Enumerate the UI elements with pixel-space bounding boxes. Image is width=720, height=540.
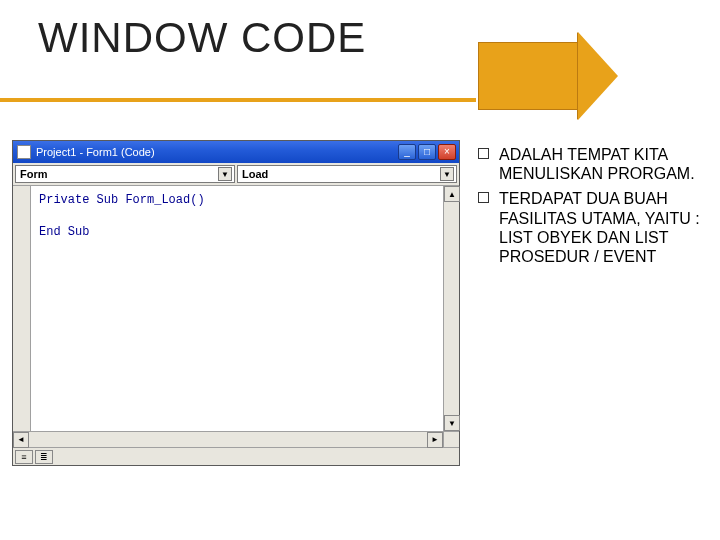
view-toggles: ≡ ≣	[13, 447, 459, 465]
titlebar[interactable]: Project1 - Form1 (Code) _ □ ×	[13, 141, 459, 163]
list-item: ADALAH TEMPAT KITA MENULISKAN PRORGAM.	[478, 145, 706, 183]
procedure-combobox[interactable]: Load ▼	[237, 165, 457, 183]
scroll-left-icon[interactable]: ◄	[13, 432, 29, 448]
arrow-shape	[478, 32, 618, 120]
window-icon	[17, 145, 31, 159]
procedure-view-button[interactable]: ≡	[15, 450, 33, 464]
bullet-text: TERDAPAT DUA BUAH FASILITAS UTAMA, YAITU…	[499, 189, 706, 266]
scroll-up-icon[interactable]: ▲	[444, 186, 460, 202]
vertical-scrollbar[interactable]: ▲ ▼	[443, 186, 459, 431]
slide-title: WINDOW CODE	[38, 14, 366, 62]
bullet-icon	[478, 148, 489, 159]
object-combobox[interactable]: Form ▼	[15, 165, 235, 183]
bullet-text: ADALAH TEMPAT KITA MENULISKAN PRORGAM.	[499, 145, 706, 183]
resize-grip[interactable]	[443, 431, 459, 447]
list-item: TERDAPAT DUA BUAH FASILITAS UTAMA, YAITU…	[478, 189, 706, 266]
code-area[interactable]: Private Sub Form_Load() End Sub ▲ ▼ ◄ ►	[13, 185, 459, 447]
minimize-button[interactable]: _	[398, 144, 416, 160]
accent-bar	[0, 98, 476, 102]
bullet-list: ADALAH TEMPAT KITA MENULISKAN PRORGAM. T…	[478, 145, 706, 272]
object-combo-value: Form	[20, 168, 48, 180]
window-title: Project1 - Form1 (Code)	[36, 146, 155, 158]
scroll-down-icon[interactable]: ▼	[444, 415, 460, 431]
horizontal-scrollbar[interactable]: ◄ ►	[13, 431, 443, 447]
chevron-down-icon: ▼	[218, 167, 232, 181]
code-text: Private Sub Form_Load() End Sub	[39, 192, 205, 240]
close-button[interactable]: ×	[438, 144, 456, 160]
maximize-button[interactable]: □	[418, 144, 436, 160]
full-module-view-button[interactable]: ≣	[35, 450, 53, 464]
chevron-down-icon: ▼	[440, 167, 454, 181]
code-window: Project1 - Form1 (Code) _ □ × Form ▼ Loa…	[12, 140, 460, 466]
bullet-icon	[478, 192, 489, 203]
scroll-right-icon[interactable]: ►	[427, 432, 443, 448]
code-margin	[13, 186, 31, 447]
procedure-combo-value: Load	[242, 168, 268, 180]
